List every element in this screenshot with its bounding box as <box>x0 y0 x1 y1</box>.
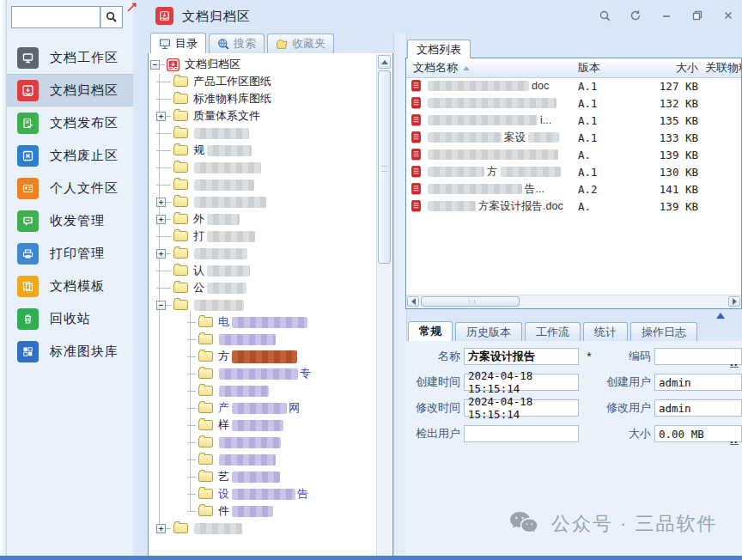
tree-item[interactable]: 专 <box>149 365 377 382</box>
table-row[interactable]: docA.1127 KB <box>406 77 741 94</box>
tree-item-外[interactable]: +外 <box>149 210 377 228</box>
tree-item-打[interactable]: 打 <box>149 228 377 245</box>
tree-item[interactable]: + <box>149 245 377 262</box>
scroll-left-button[interactable] <box>407 296 419 307</box>
table-row[interactable]: A.1132 KB <box>406 94 741 112</box>
tree-item-产品工作区图纸[interactable]: 产品工作区图纸 <box>149 73 377 90</box>
detail-tab-操作日志[interactable]: 操作日志 <box>630 322 697 341</box>
tree-item[interactable]: + <box>149 520 377 537</box>
tree-item[interactable] <box>149 159 377 176</box>
minimize-button[interactable] <box>656 6 677 25</box>
tab-收藏夹[interactable]: 收藏夹 <box>267 33 334 53</box>
tree-item-规[interactable]: 规 <box>149 142 377 159</box>
search-button[interactable] <box>594 6 615 25</box>
code-more-button[interactable]: .. <box>730 360 739 368</box>
tree-item[interactable] <box>149 451 377 468</box>
tree-item-样[interactable]: 样 <box>149 417 377 434</box>
tree-item-电[interactable]: 电 <box>149 313 377 331</box>
tab-document-list[interactable]: 文档列表 <box>407 40 471 58</box>
tree-item-设[interactable]: 设告 <box>149 485 377 502</box>
scroll-right-button[interactable] <box>728 296 740 307</box>
tree-item-label-tail: 告 <box>297 486 308 502</box>
collapse-minus-icon[interactable]: − <box>156 301 166 310</box>
tree-item-方[interactable]: 方 <box>149 348 377 365</box>
sidebar-item-收发管理[interactable]: 收发管理 <box>7 204 133 237</box>
tree-item-艺[interactable]: 艺 <box>149 468 377 485</box>
restore-button[interactable] <box>687 6 708 25</box>
size-more-button[interactable]: .. <box>730 437 739 445</box>
expand-plus-icon[interactable]: + <box>156 524 166 533</box>
tree-item[interactable]: − <box>149 296 377 313</box>
search-button[interactable] <box>100 6 123 28</box>
document-version: A. <box>578 149 635 161</box>
refresh-button[interactable] <box>625 6 646 25</box>
folder-icon <box>173 180 188 190</box>
collapse-panel-arrow[interactable] <box>716 313 725 319</box>
tree-item[interactable] <box>149 125 377 142</box>
sidebar-item-标准图块库[interactable]: 标准图块库 <box>7 335 133 368</box>
tree-item-产[interactable]: 产网 <box>149 399 377 417</box>
sidebar-item-个人文件区[interactable]: 个人文件区 <box>7 172 133 204</box>
redacted-label <box>219 454 276 466</box>
detail-tab-常规[interactable]: 常规 <box>408 321 453 341</box>
created-user-field[interactable]: admin <box>654 374 742 391</box>
modified-time-field[interactable]: 2024-04-18 15:15:14 <box>464 399 579 417</box>
tree-item[interactable] <box>149 331 377 348</box>
tree-item[interactable] <box>149 176 377 193</box>
detail-tab-统计[interactable]: 统计 <box>583 322 628 341</box>
sidebar-item-回收站[interactable]: 回收站 <box>7 302 133 335</box>
scrollbar-thumb[interactable] <box>378 70 391 264</box>
tree-vertical-scrollbar[interactable] <box>376 54 392 558</box>
checkout-user-field[interactable] <box>464 425 579 442</box>
scroll-up-button[interactable] <box>378 55 391 69</box>
sidebar-item-文档归档区[interactable]: 文档归档区 <box>7 74 133 107</box>
tree-item[interactable] <box>149 434 377 451</box>
size-field[interactable]: 0.00 MB .. <box>654 425 742 442</box>
tree-item-件[interactable]: 件 <box>149 502 377 520</box>
tree: −文档归档区产品工作区图纸标准物料库图纸+质量体系文件规++外打+认公−电方专产… <box>149 56 377 559</box>
column-header-size[interactable]: 大小 <box>635 60 698 76</box>
expand-plus-icon[interactable]: + <box>156 249 166 259</box>
scrollbar-thumb[interactable] <box>421 296 520 307</box>
sidebar-item-文档发布区[interactable]: 文档发布区 <box>7 107 133 139</box>
table-row[interactable]: i...A.1135 KB <box>406 112 741 129</box>
detail-tab-历史版本[interactable]: 历史版本 <box>455 322 522 341</box>
created-time-field[interactable]: 2024-04-18 15:15:14 <box>464 374 579 391</box>
modified-user-field[interactable]: admin <box>654 399 742 417</box>
search-input[interactable] <box>11 6 100 28</box>
sidebar-item-打印管理[interactable]: 打印管理 <box>7 237 133 270</box>
sidebar-item-文档废止区[interactable]: 文档废止区 <box>7 139 133 172</box>
tree-item-标准物料库图纸[interactable]: 标准物料库图纸 <box>149 90 377 107</box>
column-header-material[interactable]: 关联物料 <box>698 60 741 76</box>
table-row[interactable]: A.139 KB <box>406 146 741 163</box>
tree-item-文档归档区[interactable]: −文档归档区 <box>149 56 377 73</box>
sidebar-item-文档模板[interactable]: 文档模板 <box>7 270 133 302</box>
document-red-icon <box>406 183 425 195</box>
tab-搜索[interactable]: 搜索 <box>209 33 265 53</box>
table-row[interactable]: 方A.1130 KB <box>406 163 741 180</box>
table-row[interactable]: 方案设计报告.docA.139 KB <box>406 198 741 215</box>
detail-tab-工作流[interactable]: 工作流 <box>525 322 581 341</box>
document-size: 132 KB <box>635 97 698 110</box>
tree-item-公[interactable]: 公 <box>149 279 377 296</box>
close-button[interactable] <box>718 6 739 25</box>
code-field[interactable]: .. <box>654 348 742 365</box>
collapse-minus-icon[interactable]: − <box>150 60 160 70</box>
tree-item-label: 标准物料库图纸 <box>193 91 271 107</box>
table-horizontal-scrollbar[interactable] <box>406 295 741 308</box>
column-header-version[interactable]: 版本 <box>578 60 635 76</box>
redacted-label <box>207 265 250 277</box>
expand-plus-icon[interactable]: + <box>156 215 166 224</box>
tree-item-质量体系文件[interactable]: +质量体系文件 <box>149 107 377 125</box>
tab-目录[interactable]: 目录 <box>150 33 206 53</box>
tree-item[interactable]: + <box>149 193 377 210</box>
tree-item[interactable] <box>149 382 377 399</box>
expand-plus-icon[interactable]: + <box>156 198 166 207</box>
sidebar-item-文档工作区[interactable]: 文档工作区 <box>7 41 133 74</box>
name-field[interactable]: 方案设计报告 <box>464 348 579 365</box>
table-row[interactable]: 案设A.1133 KB <box>406 129 741 146</box>
tree-item-认[interactable]: 认 <box>149 262 377 279</box>
expand-plus-icon[interactable]: + <box>156 112 166 121</box>
table-row[interactable]: 告...A.2141 KB <box>406 180 741 198</box>
column-header-name[interactable]: 文档名称 <box>406 60 578 76</box>
